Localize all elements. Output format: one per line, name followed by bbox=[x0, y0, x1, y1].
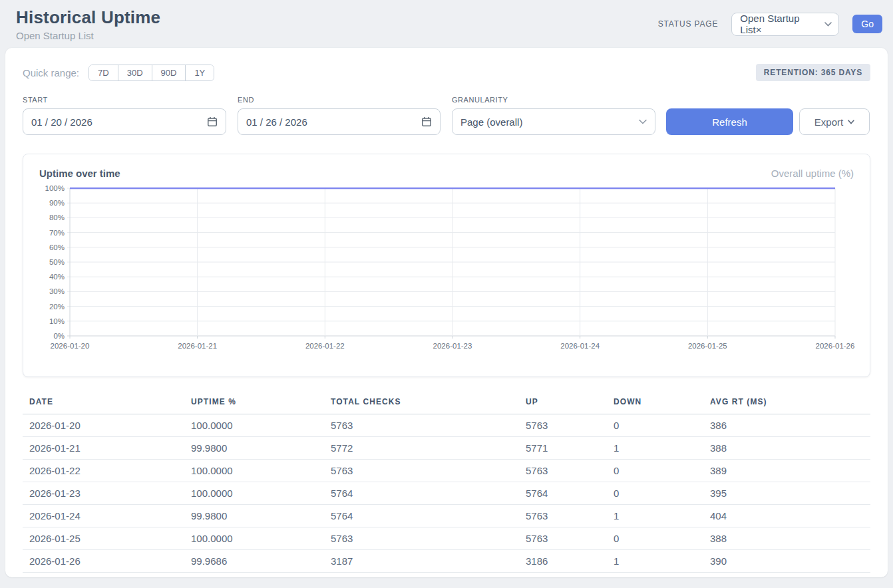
start-date-value: 01 / 20 / 2026 bbox=[31, 116, 92, 128]
table-cell: 3186 bbox=[526, 550, 614, 573]
svg-text:70%: 70% bbox=[49, 229, 65, 237]
chevron-down-icon bbox=[848, 120, 854, 124]
svg-text:2026-01-25: 2026-01-25 bbox=[688, 342, 727, 350]
table-cell: 388 bbox=[710, 527, 870, 550]
table-row: 2026-01-25100.0000576357630388 bbox=[23, 527, 870, 550]
table-cell: 1 bbox=[614, 437, 710, 460]
svg-text:2026-01-24: 2026-01-24 bbox=[560, 342, 600, 350]
page-heading-block: Historical Uptime Open Startup List bbox=[16, 7, 160, 41]
svg-text:2026-01-20: 2026-01-20 bbox=[51, 342, 90, 350]
filter-row: START 01 / 20 / 2026 END 01 / 26 / 2026 bbox=[23, 96, 870, 135]
table-cell: 100.0000 bbox=[191, 482, 331, 505]
table-cell: 5763 bbox=[331, 414, 526, 437]
column-header: DATE bbox=[23, 393, 191, 414]
table-row: 2026-01-2499.9800576457631404 bbox=[23, 505, 870, 527]
quick-range-90d[interactable]: 90D bbox=[152, 65, 186, 80]
chart-card: Uptime over time Overall uptime (%) 0%10… bbox=[23, 154, 870, 377]
table-cell: 5763 bbox=[526, 505, 614, 527]
table-cell: 389 bbox=[710, 460, 870, 482]
table-cell: 5763 bbox=[331, 460, 526, 482]
refresh-button[interactable]: Refresh bbox=[666, 108, 793, 135]
svg-text:20%: 20% bbox=[49, 303, 65, 311]
granularity-selected-value: Page (overall) bbox=[460, 116, 522, 128]
svg-text:60%: 60% bbox=[49, 243, 65, 251]
table-cell: 5764 bbox=[331, 505, 526, 527]
start-label: START bbox=[23, 96, 226, 104]
retention-badge: RETENTION: 365 DAYS bbox=[756, 64, 870, 81]
table-cell: 2026-01-26 bbox=[23, 550, 191, 573]
end-date-input[interactable]: 01 / 26 / 2026 bbox=[238, 108, 441, 135]
svg-text:10%: 10% bbox=[49, 317, 65, 325]
svg-text:2026-01-26: 2026-01-26 bbox=[816, 342, 855, 350]
table-cell: 388 bbox=[710, 437, 870, 460]
granularity-select[interactable]: Page (overall) bbox=[452, 108, 655, 135]
table-cell: 5764 bbox=[331, 482, 526, 505]
table-cell: 5763 bbox=[526, 460, 614, 482]
table-row: 2026-01-2199.9800577257711388 bbox=[23, 437, 870, 460]
svg-text:0%: 0% bbox=[53, 332, 65, 340]
end-label: END bbox=[238, 96, 441, 104]
table-row: 2026-01-23100.0000576457640395 bbox=[23, 482, 870, 505]
svg-text:50%: 50% bbox=[49, 258, 65, 266]
table-cell: 100.0000 bbox=[191, 527, 331, 550]
column-header: TOTAL CHECKS bbox=[331, 393, 526, 414]
status-page-select[interactable]: Open Startup List× bbox=[731, 13, 839, 36]
chart-legend: Overall uptime (%) bbox=[771, 168, 854, 179]
table-cell: 99.9800 bbox=[191, 505, 331, 527]
quick-range-7d[interactable]: 7D bbox=[89, 65, 118, 80]
quick-range-row: Quick range: 7D 30D 90D 1Y RETENTION: 36… bbox=[23, 64, 870, 81]
table-cell: 5764 bbox=[526, 482, 614, 505]
quick-range-30d[interactable]: 30D bbox=[118, 65, 152, 80]
column-header: UPTIME % bbox=[191, 393, 331, 414]
table-cell: 386 bbox=[710, 414, 870, 437]
table-row: 2026-01-20100.0000576357630386 bbox=[23, 414, 870, 437]
column-header: UP bbox=[526, 393, 614, 414]
chevron-down-icon bbox=[639, 119, 647, 124]
uptime-table-wrap: DATEUPTIME %TOTAL CHECKSUPDOWNAVG RT (MS… bbox=[23, 393, 870, 573]
svg-text:80%: 80% bbox=[49, 214, 65, 221]
svg-text:2026-01-22: 2026-01-22 bbox=[305, 342, 345, 350]
table-cell: 2026-01-25 bbox=[23, 527, 191, 550]
table-cell: 1 bbox=[614, 505, 710, 527]
table-cell: 390 bbox=[710, 550, 870, 573]
table-row: 2026-01-2699.9686318731861390 bbox=[23, 550, 870, 573]
table-row: 2026-01-22100.0000576357630389 bbox=[23, 460, 870, 482]
start-date-input[interactable]: 01 / 20 / 2026 bbox=[23, 108, 226, 135]
table-cell: 3187 bbox=[331, 550, 526, 573]
quick-range-1y[interactable]: 1Y bbox=[185, 65, 214, 80]
status-page-controls: STATUS PAGE Open Startup List× Go bbox=[658, 13, 882, 36]
table-cell: 0 bbox=[614, 414, 710, 437]
table-cell: 2026-01-22 bbox=[23, 460, 191, 482]
table-cell: 0 bbox=[614, 482, 710, 505]
quick-range-label: Quick range: bbox=[23, 67, 79, 78]
export-button[interactable]: Export bbox=[799, 108, 870, 135]
table-cell: 5771 bbox=[526, 437, 614, 460]
table-cell: 100.0000 bbox=[191, 460, 331, 482]
column-header: DOWN bbox=[614, 393, 710, 414]
svg-text:90%: 90% bbox=[49, 199, 65, 207]
table-cell: 0 bbox=[614, 460, 710, 482]
svg-text:40%: 40% bbox=[49, 273, 65, 281]
table-cell: 5763 bbox=[526, 414, 614, 437]
main-panel: Quick range: 7D 30D 90D 1Y RETENTION: 36… bbox=[5, 48, 888, 577]
table-cell: 5763 bbox=[526, 527, 614, 550]
table-cell: 99.9800 bbox=[191, 437, 331, 460]
svg-text:30%: 30% bbox=[49, 287, 65, 295]
chevron-down-icon bbox=[824, 22, 832, 27]
quick-range-group: 7D 30D 90D 1Y bbox=[89, 65, 214, 81]
table-cell: 2026-01-24 bbox=[23, 505, 191, 527]
uptime-line-chart: 0%10%20%30%40%50%60%70%80%90%100%2026-01… bbox=[39, 184, 855, 359]
export-button-label: Export bbox=[814, 116, 843, 128]
table-cell: 5763 bbox=[331, 527, 526, 550]
table-cell: 0 bbox=[614, 527, 710, 550]
calendar-icon[interactable] bbox=[207, 116, 218, 127]
table-cell: 404 bbox=[710, 505, 870, 527]
table-cell: 100.0000 bbox=[191, 414, 331, 437]
granularity-label: GRANULARITY bbox=[452, 96, 655, 104]
page-header: Historical Uptime Open Startup List STAT… bbox=[0, 0, 893, 48]
table-cell: 2026-01-23 bbox=[23, 482, 191, 505]
page-subtitle: Open Startup List bbox=[16, 30, 160, 41]
calendar-icon[interactable] bbox=[421, 116, 432, 127]
table-cell: 2026-01-21 bbox=[23, 437, 191, 460]
go-button[interactable]: Go bbox=[852, 15, 882, 33]
